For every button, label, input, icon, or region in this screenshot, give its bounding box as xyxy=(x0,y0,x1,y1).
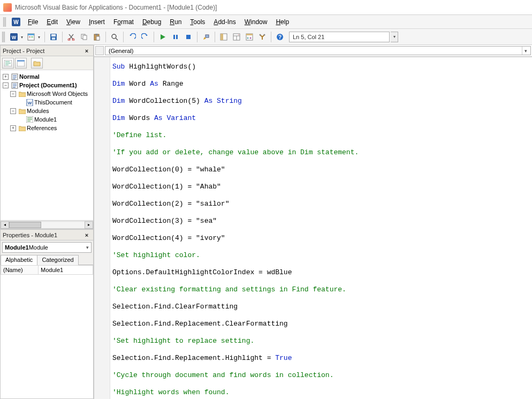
paste-button[interactable] xyxy=(91,31,103,43)
copy-button[interactable] xyxy=(78,31,90,43)
save-button[interactable] xyxy=(48,31,59,43)
menu-help[interactable]: Help xyxy=(271,17,293,27)
property-name: (Name) xyxy=(1,266,39,275)
editor-gutter-corner xyxy=(95,46,104,55)
project-pane-title-label: Project - Project xyxy=(3,48,44,54)
property-row[interactable]: (Name) Module1 xyxy=(1,266,93,275)
chevron-down-icon: ▾ xyxy=(522,47,527,55)
menu-addins[interactable]: Add-Ins xyxy=(209,17,240,27)
word-app-icon[interactable]: W xyxy=(12,18,20,26)
menu-run[interactable]: Run xyxy=(165,17,186,27)
module-icon xyxy=(26,116,33,123)
toolbar-separator xyxy=(123,32,124,42)
chevron-down-icon: ▾ xyxy=(86,245,89,250)
collapse-icon[interactable]: − xyxy=(10,108,16,114)
insert-object-button[interactable] xyxy=(26,31,42,43)
tree-node-normal[interactable]: + Normal xyxy=(3,72,92,81)
menubar: W File Edit View Insert Format Debug Run… xyxy=(0,15,532,29)
tree-label-modules: Modules xyxy=(27,107,49,115)
status-dropdown-icon[interactable]: ▾ xyxy=(391,32,398,42)
menu-view[interactable]: View xyxy=(62,17,85,27)
tree-label-module1: Module1 xyxy=(34,115,57,124)
run-button[interactable] xyxy=(157,31,169,43)
properties-pane-title: Properties - Module1 × xyxy=(1,230,93,240)
tab-categorized[interactable]: Categorized xyxy=(37,255,78,265)
tree-node-word-objects[interactable]: − Microsoft Word Objects xyxy=(10,89,92,98)
property-value[interactable]: Module1 xyxy=(39,266,93,275)
project-icon xyxy=(11,81,18,89)
toolbar: W ? Ln 5, Col 21 ▾ xyxy=(0,29,532,45)
object-combo-label: (General) xyxy=(109,48,133,54)
svg-rect-10 xyxy=(52,37,55,40)
svg-rect-22 xyxy=(186,35,191,39)
scroll-track[interactable] xyxy=(9,221,85,229)
close-icon[interactable]: × xyxy=(82,231,91,239)
design-mode-button[interactable] xyxy=(200,31,212,43)
window-title: Microsoft Visual Basic for Applications … xyxy=(15,4,217,11)
object-browser-button[interactable] xyxy=(244,31,255,43)
expand-icon[interactable]: + xyxy=(10,125,16,131)
tree-label-mwo: Microsoft Word Objects xyxy=(27,89,88,98)
tab-alphabetic[interactable]: Alphabetic xyxy=(1,255,37,265)
close-icon[interactable]: × xyxy=(82,47,91,55)
redo-button[interactable] xyxy=(139,31,151,43)
menu-debug[interactable]: Debug xyxy=(138,17,165,27)
tree-node-module1[interactable]: Module1 xyxy=(18,115,92,124)
menu-window[interactable]: Window xyxy=(240,17,272,27)
break-button[interactable] xyxy=(170,31,181,43)
code-margin[interactable] xyxy=(94,57,110,399)
scroll-right-icon[interactable]: ▸ xyxy=(85,221,93,229)
svg-rect-9 xyxy=(51,34,56,36)
tree-node-references[interactable]: + References xyxy=(10,124,92,132)
properties-window-button[interactable] xyxy=(231,31,242,43)
tree-node-modules[interactable]: − Modules xyxy=(10,107,92,115)
scroll-thumb[interactable] xyxy=(9,222,41,228)
svg-point-32 xyxy=(250,37,252,39)
menu-insert[interactable]: Insert xyxy=(85,17,109,27)
menu-tools[interactable]: Tools xyxy=(186,17,209,27)
code-wrapper: Sub HighlightWords() Dim Word As Range D… xyxy=(94,57,532,399)
tree-node-thisdocument[interactable]: W ThisDocument xyxy=(18,98,92,107)
tree-node-project[interactable]: − Project (Document1) xyxy=(3,81,92,89)
menu-edit[interactable]: Edit xyxy=(42,17,62,27)
expand-icon[interactable]: + xyxy=(3,74,9,80)
collapse-icon[interactable]: − xyxy=(10,91,16,97)
svg-point-18 xyxy=(112,34,116,39)
properties-grid[interactable]: (Name) Module1 xyxy=(1,265,93,398)
toolbar-separator xyxy=(62,32,63,42)
view-code-button[interactable] xyxy=(2,58,14,69)
project-tree[interactable]: + Normal − Project (Document1) xyxy=(1,70,93,220)
properties-object-combo[interactable]: Module1 Module ▾ xyxy=(2,242,92,253)
svg-rect-23 xyxy=(206,35,209,37)
svg-text:W: W xyxy=(27,101,32,106)
svg-point-34 xyxy=(264,34,265,35)
collapse-icon[interactable]: − xyxy=(3,82,9,88)
tree-label-normal: Normal xyxy=(19,72,40,81)
toggle-folders-button[interactable] xyxy=(31,58,43,69)
menubar-grip-icon xyxy=(3,17,6,27)
project-explorer-button[interactable] xyxy=(218,31,230,43)
scroll-left-icon[interactable]: ◂ xyxy=(1,221,9,229)
code-editor[interactable]: Sub HighlightWords() Dim Word As Range D… xyxy=(110,57,532,399)
help-button[interactable]: ? xyxy=(274,31,286,43)
cut-button[interactable] xyxy=(65,31,77,43)
svg-rect-6 xyxy=(29,36,31,37)
object-combo[interactable]: (General) ▾ xyxy=(105,46,531,55)
menu-file[interactable]: File xyxy=(24,17,42,27)
svg-rect-42 xyxy=(17,60,25,62)
reset-button[interactable] xyxy=(183,31,194,43)
menu-format[interactable]: Format xyxy=(109,17,138,27)
workspace: Project - Project × + Normal xyxy=(0,45,532,399)
view-object-button[interactable] xyxy=(15,58,27,69)
toolbar-separator xyxy=(197,32,197,42)
left-column: Project - Project × + Normal xyxy=(0,45,94,399)
properties-pane: Properties - Module1 × Module1 Module ▾ … xyxy=(0,229,94,399)
find-button[interactable] xyxy=(109,31,120,43)
cursor-position-label: Ln 5, Col 21 xyxy=(293,34,324,40)
view-word-button[interactable]: W xyxy=(9,31,25,43)
undo-button[interactable] xyxy=(126,31,138,43)
svg-point-31 xyxy=(247,37,249,39)
svg-rect-20 xyxy=(173,35,175,39)
project-hscrollbar[interactable]: ◂ ▸ xyxy=(1,220,93,229)
toolbox-button[interactable] xyxy=(256,31,268,43)
